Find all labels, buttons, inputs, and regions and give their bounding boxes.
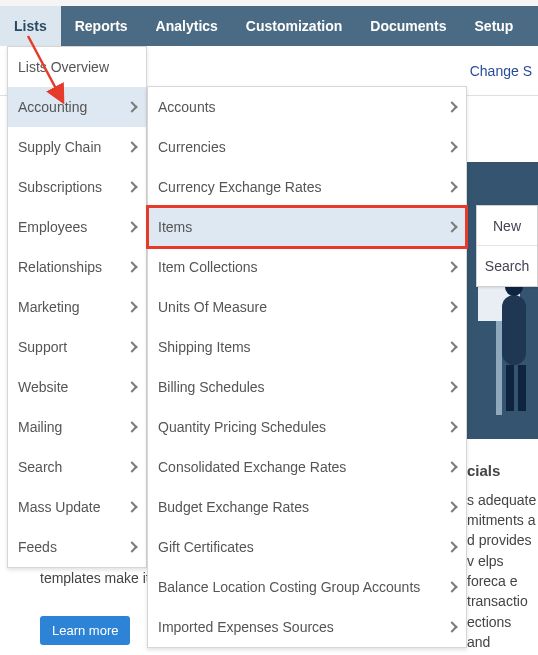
- side-new[interactable]: New: [477, 206, 537, 246]
- menu-item-label: Relationships: [18, 259, 102, 275]
- chevron-right-icon: [446, 301, 457, 312]
- menu-item-label: Quantity Pricing Schedules: [158, 419, 326, 435]
- chevron-right-icon: [126, 421, 137, 432]
- chevron-right-icon: [446, 541, 457, 552]
- menu-website[interactable]: Website: [8, 367, 146, 407]
- menu-item-label: Billing Schedules: [158, 379, 265, 395]
- menu-accounting[interactable]: Accounting: [8, 87, 146, 127]
- menu-item-label: Consolidated Exchange Rates: [158, 459, 346, 475]
- submenu-gift-certificates[interactable]: Gift Certificates: [148, 527, 466, 567]
- menu-mass-update[interactable]: Mass Update: [8, 487, 146, 527]
- menu-item-label: Supply Chain: [18, 139, 101, 155]
- menu-item-label: Currencies: [158, 139, 226, 155]
- menu-item-label: Website: [18, 379, 68, 395]
- chevron-right-icon: [446, 381, 457, 392]
- chevron-right-icon: [126, 341, 137, 352]
- submenu-consolidated-exchange-rates[interactable]: Consolidated Exchange Rates: [148, 447, 466, 487]
- top-nav: Lists Reports Analytics Customization Do…: [0, 6, 538, 46]
- submenu-item-collections[interactable]: Item Collections: [148, 247, 466, 287]
- chevron-right-icon: [126, 181, 137, 192]
- fin-card-title: cials: [467, 460, 538, 482]
- menu-item-label: Marketing: [18, 299, 79, 315]
- chevron-right-icon: [446, 461, 457, 472]
- nav-analytics[interactable]: Analytics: [142, 6, 232, 46]
- change-link[interactable]: Change S: [470, 63, 532, 79]
- chevron-right-icon: [446, 621, 457, 632]
- nav-reports[interactable]: Reports: [61, 6, 142, 46]
- menu-mailing[interactable]: Mailing: [8, 407, 146, 447]
- fin-card: cials s adequate mitments a d provides v…: [467, 460, 538, 652]
- menu-item-label: Employees: [18, 219, 87, 235]
- menu-search[interactable]: Search: [8, 447, 146, 487]
- chevron-right-icon: [446, 261, 457, 272]
- menu-supply-chain[interactable]: Supply Chain: [8, 127, 146, 167]
- menu-item-label: Item Collections: [158, 259, 258, 275]
- submenu-shipping-items[interactable]: Shipping Items: [148, 327, 466, 367]
- submenu-currency-exchange-rates[interactable]: Currency Exchange Rates: [148, 167, 466, 207]
- chevron-right-icon: [126, 461, 137, 472]
- menu-item-label: Subscriptions: [18, 179, 102, 195]
- menu-subscriptions[interactable]: Subscriptions: [8, 167, 146, 207]
- chevron-right-icon: [126, 381, 137, 392]
- chevron-right-icon: [126, 141, 137, 152]
- menu-lists-overview[interactable]: Lists Overview: [8, 47, 146, 87]
- lists-menu: Lists Overview Accounting Supply Chain S…: [7, 46, 147, 568]
- menu-relationships[interactable]: Relationships: [8, 247, 146, 287]
- chevron-right-icon: [126, 541, 137, 552]
- menu-item-label: Items: [158, 219, 192, 235]
- menu-support[interactable]: Support: [8, 327, 146, 367]
- submenu-quantity-pricing-schedules[interactable]: Quantity Pricing Schedules: [148, 407, 466, 447]
- fin-card-body: s adequate mitments a d provides v elps …: [467, 490, 538, 652]
- nav-documents[interactable]: Documents: [356, 6, 460, 46]
- side-panel: New Search: [476, 205, 538, 287]
- submenu-imported-expenses-sources[interactable]: Imported Expenses Sources: [148, 607, 466, 647]
- menu-item-label: Shipping Items: [158, 339, 251, 355]
- submenu-items[interactable]: Items: [148, 207, 466, 247]
- submenu-budget-exchange-rates[interactable]: Budget Exchange Rates: [148, 487, 466, 527]
- learn-more-button[interactable]: Learn more: [40, 616, 130, 645]
- menu-item-label: Accounts: [158, 99, 216, 115]
- chevron-right-icon: [126, 221, 137, 232]
- menu-item-label: Budget Exchange Rates: [158, 499, 309, 515]
- nav-lists[interactable]: Lists: [0, 6, 61, 46]
- menu-item-label: Currency Exchange Rates: [158, 179, 321, 195]
- menu-item-label: Accounting: [18, 99, 87, 115]
- chevron-right-icon: [446, 501, 457, 512]
- menu-feeds[interactable]: Feeds: [8, 527, 146, 567]
- side-search[interactable]: Search: [477, 246, 537, 286]
- submenu-currencies[interactable]: Currencies: [148, 127, 466, 167]
- nav-setup[interactable]: Setup: [461, 6, 528, 46]
- chevron-right-icon: [446, 101, 457, 112]
- chevron-right-icon: [446, 341, 457, 352]
- menu-item-label: Feeds: [18, 539, 57, 555]
- submenu-accounts[interactable]: Accounts: [148, 87, 466, 127]
- menu-item-label: Units Of Measure: [158, 299, 267, 315]
- menu-item-label: Mailing: [18, 419, 62, 435]
- chevron-right-icon: [126, 261, 137, 272]
- submenu-billing-schedules[interactable]: Billing Schedules: [148, 367, 466, 407]
- submenu-balance-location-costing[interactable]: Balance Location Costing Group Accounts: [148, 567, 466, 607]
- menu-marketing[interactable]: Marketing: [8, 287, 146, 327]
- chevron-right-icon: [126, 101, 137, 112]
- accounting-submenu: Accounts Currencies Currency Exchange Ra…: [147, 86, 467, 648]
- menu-item-label: Balance Location Costing Group Accounts: [158, 579, 420, 595]
- chevron-right-icon: [446, 141, 457, 152]
- menu-item-label: Lists Overview: [18, 59, 109, 75]
- menu-item-label: Support: [18, 339, 67, 355]
- menu-item-label: Mass Update: [18, 499, 100, 515]
- submenu-units-of-measure[interactable]: Units Of Measure: [148, 287, 466, 327]
- menu-employees[interactable]: Employees: [8, 207, 146, 247]
- menu-item-label: Search: [18, 459, 62, 475]
- chevron-right-icon: [126, 301, 137, 312]
- chevron-right-icon: [446, 221, 457, 232]
- chevron-right-icon: [446, 581, 457, 592]
- chevron-right-icon: [446, 181, 457, 192]
- nav-customization[interactable]: Customization: [232, 6, 356, 46]
- menu-item-label: Imported Expenses Sources: [158, 619, 334, 635]
- chevron-right-icon: [446, 421, 457, 432]
- chevron-right-icon: [126, 501, 137, 512]
- menu-item-label: Gift Certificates: [158, 539, 254, 555]
